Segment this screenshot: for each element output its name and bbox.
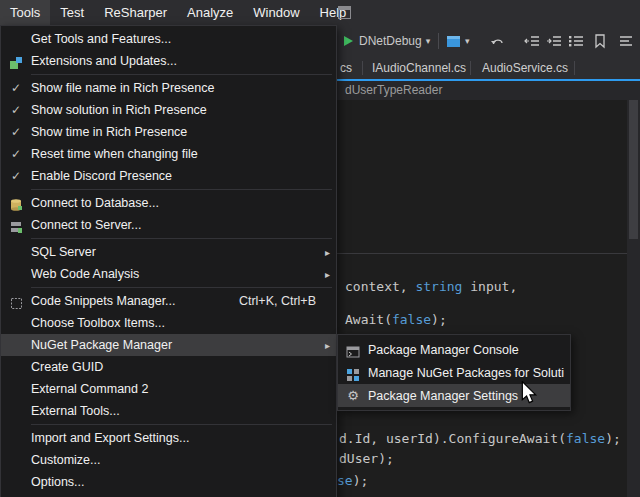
code-text: dUser); xyxy=(339,451,394,466)
menu-item-label: Reset time when changing file xyxy=(31,147,330,161)
menu-item-package-manager-console[interactable]: Package Manager Console xyxy=(338,338,570,361)
code-keyword: false xyxy=(566,431,605,446)
nuget-package-manager-submenu: Package Manager Console Manage NuGet Pac… xyxy=(337,334,571,411)
menu-item-show-file-name-rich-presence[interactable]: ✓ Show file name in Rich Presence xyxy=(1,77,336,99)
blue-window-icon xyxy=(446,34,461,49)
gear-icon: ⚙ xyxy=(338,388,368,403)
scrollbar-thumb[interactable] xyxy=(629,89,638,239)
chevron-down-icon[interactable]: ▾ xyxy=(426,36,431,46)
tab-divider xyxy=(470,61,471,75)
menu-item-label: Package Manager Console xyxy=(368,343,564,357)
play-icon xyxy=(344,36,353,46)
submenu-arrow-icon: ▸ xyxy=(316,340,330,351)
menu-item-reset-time-when-changing-file[interactable]: ✓ Reset time when changing file xyxy=(1,143,336,165)
menubar-item-tools[interactable]: Tools xyxy=(0,0,50,25)
menu-item-options[interactable]: Options... xyxy=(1,471,336,493)
indent-icon xyxy=(546,33,562,49)
menu-item-enable-discord-presence[interactable]: ✓ Enable Discord Presence xyxy=(1,165,336,187)
menu-item-create-guid[interactable]: Create GUID xyxy=(1,356,336,378)
menu-item-label: Package Manager Settings xyxy=(368,389,564,403)
menu-item-show-solution-rich-presence[interactable]: ✓ Show solution in Rich Presence xyxy=(1,99,336,121)
toolbar-separator xyxy=(438,33,439,49)
menu-item-label: Connect to Database... xyxy=(31,196,330,210)
code-line: Await(false); xyxy=(345,312,447,327)
code-line: d.Id, userId).ConfigureAwait(false); xyxy=(339,431,621,446)
increase-indent-button[interactable] xyxy=(546,33,562,49)
window-icon[interactable] xyxy=(337,5,352,20)
code-keyword: se xyxy=(337,473,353,488)
checkmark-icon: ✓ xyxy=(1,103,31,117)
menubar-item-test[interactable]: Test xyxy=(50,0,94,25)
undo-arrow-icon xyxy=(490,33,506,49)
menu-item-sql-server[interactable]: SQL Server ▸ xyxy=(1,241,336,263)
chevron-down-icon[interactable]: ▾ xyxy=(465,36,470,46)
menu-item-customize[interactable]: Customize... xyxy=(1,449,336,471)
code-keyword: string xyxy=(415,279,462,294)
menu-item-label: Show solution in Rich Presence xyxy=(31,103,330,117)
extensions-icon xyxy=(1,52,31,70)
menu-item-extensions-and-updates[interactable]: Extensions and Updates... xyxy=(1,50,336,72)
menu-item-web-code-analysis[interactable]: Web Code Analysis ▸ xyxy=(1,263,336,285)
code-line: dUser); xyxy=(339,451,394,466)
code-text: context, xyxy=(345,279,415,294)
menu-item-label: Options... xyxy=(31,475,330,489)
menu-item-label: Show file name in Rich Presence xyxy=(31,81,330,95)
attach-to-process-button[interactable]: ▾ xyxy=(446,33,470,49)
menu-item-connect-to-database[interactable]: Connect to Database... xyxy=(1,192,336,214)
tab-partial[interactable]: cs xyxy=(334,57,358,79)
menu-item-code-snippets-manager[interactable]: Code Snippets Manager... Ctrl+K, Ctrl+B xyxy=(1,290,336,312)
menu-item-label: Enable Discord Presence xyxy=(31,169,330,183)
toggle-bookmark-button[interactable] xyxy=(592,33,608,49)
menu-item-choose-toolbox-items[interactable]: Choose Toolbox Items... xyxy=(1,312,336,334)
menu-item-label: External Tools... xyxy=(31,404,330,418)
code-text: ); xyxy=(431,312,447,327)
menu-item-show-time-rich-presence[interactable]: ✓ Show time in Rich Presence xyxy=(1,121,336,143)
outdent-icon xyxy=(524,33,540,49)
menubar-item-analyze[interactable]: Analyze xyxy=(177,0,243,25)
menu-item-package-manager-settings[interactable]: ⚙ Package Manager Settings xyxy=(338,384,570,407)
comment-lines-button[interactable] xyxy=(618,33,634,49)
tab-audioservice[interactable]: AudioService.cs xyxy=(476,57,574,79)
menu-bar: Tools Test ReSharper Analyze Window Help xyxy=(0,0,640,25)
menu-separator xyxy=(31,287,332,288)
menu-item-label: Choose Toolbox Items... xyxy=(31,316,330,330)
menu-item-label: Web Code Analysis xyxy=(31,267,316,281)
breadcrumb-member[interactable]: dUserTypeReader xyxy=(345,83,442,97)
menu-item-label: Show time in Rich Presence xyxy=(31,125,330,139)
menu-item-label: Manage NuGet Packages for Solution... xyxy=(368,366,564,380)
packages-icon xyxy=(338,364,368,382)
menu-item-external-tools[interactable]: External Tools... xyxy=(1,400,336,422)
menubar-item-resharper[interactable]: ReSharper xyxy=(94,0,177,25)
menubar-item-window[interactable]: Window xyxy=(243,0,309,25)
start-debugging-button[interactable]: DNetDebug ▾ xyxy=(344,33,430,49)
code-text: d.Id, userId).ConfigureAwait( xyxy=(339,431,566,446)
tab-iaudiochannel[interactable]: IAudioChannel.cs xyxy=(366,57,472,79)
menu-separator xyxy=(31,189,332,190)
menu-item-label: Code Snippets Manager... xyxy=(31,294,217,308)
vertical-scrollbar[interactable] xyxy=(627,81,640,497)
menu-item-nuget-package-manager[interactable]: NuGet Package Manager ▸ xyxy=(1,334,336,356)
navigate-backward-button[interactable] xyxy=(490,33,506,49)
checkmark-icon: ✓ xyxy=(1,81,31,95)
menu-item-label: Connect to Server... xyxy=(31,218,330,232)
menu-item-label: Extensions and Updates... xyxy=(31,54,330,68)
menu-item-label: NuGet Package Manager xyxy=(31,338,316,352)
snippets-icon xyxy=(1,293,31,310)
menu-separator xyxy=(31,238,332,239)
code-text: input, xyxy=(462,279,517,294)
console-icon xyxy=(338,341,368,359)
menu-item-connect-to-server[interactable]: Connect to Server... xyxy=(1,214,336,236)
menu-item-external-command-2[interactable]: External Command 2 xyxy=(1,378,336,400)
tab-divider xyxy=(574,61,575,75)
checkmark-icon: ✓ xyxy=(1,147,31,161)
menu-item-label: External Command 2 xyxy=(31,382,330,396)
menu-item-manage-nuget-packages-for-solution[interactable]: Manage NuGet Packages for Solution... xyxy=(338,361,570,384)
code-keyword: false xyxy=(392,312,431,327)
menu-item-label: SQL Server xyxy=(31,245,316,259)
checkmark-icon: ✓ xyxy=(1,125,31,139)
decrease-indent-button[interactable] xyxy=(524,33,540,49)
checkmark-icon: ✓ xyxy=(1,169,31,183)
menu-item-import-export-settings[interactable]: Import and Export Settings... xyxy=(1,427,336,449)
line-numbers-button[interactable] xyxy=(568,33,584,49)
menu-item-get-tools-and-features[interactable]: Get Tools and Features... xyxy=(1,28,336,50)
